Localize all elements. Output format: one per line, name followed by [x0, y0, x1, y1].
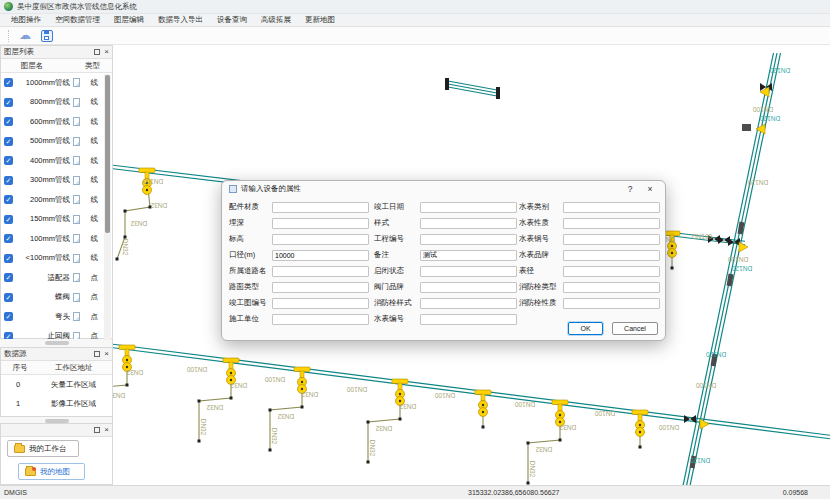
layer-visibility-checkbox[interactable]: ✓: [4, 195, 13, 204]
close-panel-icon[interactable]: ×: [104, 48, 109, 56]
dialog-field-input-0-5[interactable]: [272, 282, 369, 293]
layer-row[interactable]: ✓500mm管线线: [1, 132, 112, 152]
dialog-field-input-1-2[interactable]: [420, 234, 517, 245]
datasource-panel: 数据源 × 序号 工作区地址 0矢量工作区域1影像工作区域: [0, 347, 113, 417]
dialog-field-label-1-7: 水表编号: [374, 314, 420, 324]
float-panel-icon[interactable]: [94, 49, 100, 55]
layer-row[interactable]: ✓300mm管线线: [1, 171, 112, 191]
my-workbench-button[interactable]: 我的工作台: [7, 440, 79, 457]
layer-visibility-checkbox[interactable]: ✓: [4, 273, 13, 282]
close-panel-icon[interactable]: ×: [104, 350, 109, 358]
layer-row[interactable]: ✓蝶阀点: [1, 288, 112, 308]
my-map-button[interactable]: 我的地图: [18, 463, 85, 480]
layer-visibility-checkbox[interactable]: ✓: [4, 234, 13, 243]
layer-visibility-checkbox[interactable]: ✓: [4, 254, 13, 263]
layer-type-column-header[interactable]: 类型: [85, 61, 100, 71]
close-panel-icon[interactable]: ×: [104, 426, 109, 434]
menu-item-4[interactable]: 设备查询: [210, 15, 254, 25]
menu-item-5[interactable]: 高级拓展: [254, 15, 298, 25]
dialog-field-input-0-7[interactable]: [272, 314, 369, 325]
dialog-field-input-0-6[interactable]: [272, 298, 369, 309]
layer-visibility-checkbox[interactable]: ✓: [4, 78, 13, 87]
dialog-titlebar[interactable]: 请输入设备的属性 ? ×: [222, 181, 665, 197]
layer-row[interactable]: ✓400mm管线线: [1, 151, 112, 171]
dialog-field-input-0-0[interactable]: [272, 202, 369, 213]
layer-name: 100mm管线: [16, 234, 70, 244]
dialog-field-label-1-6: 消防栓样式: [374, 298, 420, 308]
dialog-field-input-1-3[interactable]: [420, 250, 517, 261]
pipe-label: DN120: [759, 115, 780, 122]
layer-row[interactable]: ✓150mm管线线: [1, 210, 112, 230]
layer-row[interactable]: ✓1000mm管线线: [1, 73, 112, 93]
layer-name-column-header[interactable]: 图层名: [1, 61, 63, 71]
float-panel-icon[interactable]: [94, 427, 100, 433]
layer-visibility-checkbox[interactable]: ✓: [4, 98, 13, 107]
layer-list-scrollbar[interactable]: [104, 74, 111, 340]
dialog-field-input-2-0[interactable]: [563, 202, 660, 213]
ok-button[interactable]: OK: [568, 322, 603, 335]
scrollbar-thumb[interactable]: [105, 75, 110, 233]
layer-visibility-checkbox[interactable]: ✓: [4, 293, 13, 302]
layer-visibility-checkbox[interactable]: ✓: [4, 137, 13, 146]
layer-type: 线: [91, 97, 99, 107]
layer-visibility-checkbox[interactable]: ✓: [4, 156, 13, 165]
dialog-field-input-0-3[interactable]: [272, 250, 369, 261]
layer-visibility-checkbox[interactable]: ✓: [4, 312, 13, 321]
cloud-sync-icon[interactable]: ☁↑: [19, 29, 34, 42]
cancel-button[interactable]: Cancel: [612, 322, 658, 335]
menu-item-6[interactable]: 更新地图: [298, 15, 342, 25]
layer-row[interactable]: ✓800mm管线线: [1, 93, 112, 113]
menu-item-2[interactable]: 图层编辑: [107, 15, 151, 25]
layer-type: 线: [91, 253, 99, 263]
pipe-label: DN32: [230, 382, 247, 389]
workspace-column-header[interactable]: 工作区地址: [55, 363, 93, 373]
dialog-close-button[interactable]: ×: [642, 184, 658, 194]
layer-row[interactable]: ✓<100mm管线线: [1, 249, 112, 269]
dialog-field-input-2-1[interactable]: [563, 218, 660, 229]
menu-item-3[interactable]: 数据导入导出: [151, 15, 210, 25]
dialog-field-label-2-4: 表径: [519, 266, 563, 276]
float-panel-icon[interactable]: [94, 351, 100, 357]
datasource-index: 1: [1, 399, 35, 408]
dialog-field-input-2-6[interactable]: [563, 298, 660, 309]
dialog-field-input-1-5[interactable]: [420, 282, 517, 293]
dialog-field-input-0-2[interactable]: [272, 234, 369, 245]
index-column-header[interactable]: 序号: [1, 363, 39, 373]
layer-name: 弯头: [16, 312, 70, 322]
layer-row[interactable]: ✓弯头点: [1, 307, 112, 327]
pipe-label: DN100: [514, 401, 535, 408]
layer-visibility-checkbox[interactable]: ✓: [4, 215, 13, 224]
dialog-field-input-1-4[interactable]: [420, 266, 517, 277]
layer-row[interactable]: ✓100mm管线线: [1, 229, 112, 249]
dialog-field-input-1-7[interactable]: [420, 314, 517, 325]
fitting-block: [742, 124, 751, 131]
layer-row[interactable]: ✓适配器点: [1, 268, 112, 288]
pipe-label: DN32: [277, 413, 294, 420]
panel-splitter[interactable]: [45, 341, 69, 345]
dialog-field-input-1-1[interactable]: [420, 218, 517, 229]
dialog-help-button[interactable]: ?: [622, 184, 638, 194]
layer-visibility-checkbox[interactable]: ✓: [4, 332, 13, 339]
dialog-field-row: 口径(m): [229, 247, 369, 263]
dialog-field-input-1-0[interactable]: [420, 202, 517, 213]
datasource-row[interactable]: 0矢量工作区域: [1, 375, 112, 394]
dialog-field-input-2-3[interactable]: [563, 250, 660, 261]
dialog-field-input-1-6[interactable]: [420, 298, 517, 309]
menu-item-0[interactable]: 地图操作: [4, 15, 48, 25]
layer-row[interactable]: ✓600mm管线线: [1, 112, 112, 132]
dialog-field-input-2-4[interactable]: [563, 266, 660, 277]
pipe-label: DN120: [705, 351, 726, 358]
menu-item-1[interactable]: 空间数据管理: [48, 15, 107, 25]
pipe-label: DN100: [434, 392, 455, 399]
layer-row[interactable]: ✓200mm管线线: [1, 190, 112, 210]
casing-mark: [740, 222, 742, 234]
datasource-row[interactable]: 1影像工作区域: [1, 394, 112, 413]
layer-visibility-checkbox[interactable]: ✓: [4, 117, 13, 126]
dialog-field-input-0-4[interactable]: [272, 266, 369, 277]
layer-visibility-checkbox[interactable]: ✓: [4, 176, 13, 185]
save-icon[interactable]: [41, 30, 53, 42]
dialog-field-input-0-1[interactable]: [272, 218, 369, 229]
dialog-field-input-2-5[interactable]: [563, 282, 660, 293]
dialog-field-input-2-2[interactable]: [563, 234, 660, 245]
layer-row[interactable]: ✓止回阀点: [1, 327, 112, 340]
